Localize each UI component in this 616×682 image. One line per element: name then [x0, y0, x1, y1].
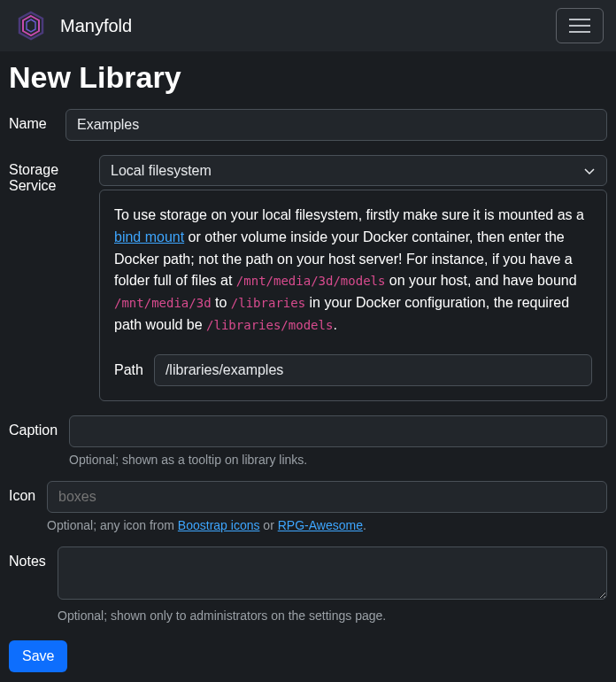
code-path: /mnt/media/3d	[114, 296, 212, 310]
storage-help-text: To use storage on your local filesystem,…	[114, 205, 592, 337]
caption-label: Caption	[9, 415, 69, 467]
icon-row: Icon Optional; any icon from Boostrap ic…	[9, 481, 607, 532]
icon-label: Icon	[9, 481, 47, 532]
rpg-awesome-link[interactable]: RPG-Awesome	[278, 518, 363, 532]
page-title: New Library	[9, 60, 607, 95]
caption-hint: Optional; shown as a tooltip on library …	[69, 453, 607, 467]
notes-hint: Optional; shown only to administrators o…	[58, 608, 607, 623]
storage-row: Storage Service Local filesystem To use …	[9, 155, 607, 401]
save-button[interactable]: Save	[9, 640, 67, 672]
navbar-brand[interactable]: Manyfold	[12, 7, 132, 44]
storage-select[interactable]: Local filesystem	[99, 155, 607, 186]
path-label: Path	[114, 362, 143, 378]
svg-marker-2	[27, 19, 35, 32]
navbar: Manyfold	[0, 0, 616, 51]
path-row: Path	[114, 354, 592, 386]
hamburger-icon	[569, 17, 590, 35]
page-content: New Library Name Storage Service Local f…	[0, 51, 616, 681]
caption-input[interactable]	[69, 415, 607, 447]
bootstrap-icons-link[interactable]: Boostrap icons	[178, 518, 260, 532]
brand-text: Manyfold	[60, 16, 132, 36]
storage-help-card: To use storage on your local filesystem,…	[99, 190, 607, 401]
name-label: Name	[9, 109, 65, 141]
caption-row: Caption Optional; shown as a tooltip on …	[9, 415, 607, 467]
code-path: /mnt/media/3d/models	[236, 274, 386, 288]
icon-input[interactable]	[47, 481, 607, 513]
path-input[interactable]	[154, 354, 592, 386]
brand-logo-icon	[12, 7, 50, 44]
notes-row: Notes Optional; shown only to administra…	[9, 546, 607, 623]
notes-label: Notes	[9, 546, 58, 623]
icon-hint: Optional; any icon from Boostrap icons o…	[47, 518, 607, 532]
name-row: Name	[9, 109, 607, 141]
notes-textarea[interactable]	[58, 546, 607, 600]
name-input[interactable]	[65, 109, 607, 141]
bind-mount-link[interactable]: bind mount	[114, 229, 184, 244]
code-path: /libraries/models	[206, 318, 333, 332]
navbar-toggler-button[interactable]	[556, 8, 604, 43]
storage-label: Storage Service	[9, 155, 99, 401]
code-path: /libraries	[231, 296, 305, 310]
